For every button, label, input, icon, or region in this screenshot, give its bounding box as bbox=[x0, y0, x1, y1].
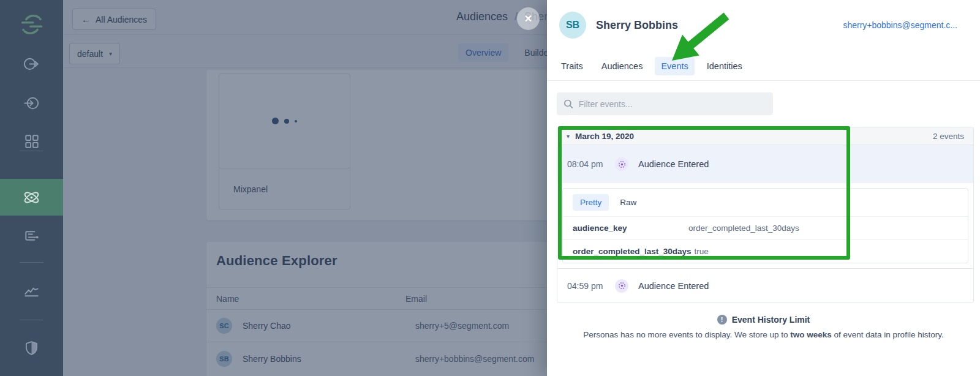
notice-title-row: ! Event History Limit bbox=[547, 315, 980, 325]
sidebar-divider bbox=[20, 262, 43, 263]
line-chart-icon bbox=[22, 282, 41, 301]
destination-arrow-in-icon bbox=[22, 94, 41, 113]
property-key: order_completed_last_30days bbox=[573, 247, 692, 256]
property-key: audience_key bbox=[573, 224, 685, 233]
property-row: audience_key order_completed_last_30days bbox=[563, 217, 968, 239]
tab-audiences[interactable]: Audiences bbox=[595, 57, 649, 75]
close-icon: ✕ bbox=[524, 13, 532, 24]
property-value: order_completed_last_30days bbox=[688, 224, 799, 233]
profile-avatar: SB bbox=[559, 12, 586, 39]
sidebar-item-destinations[interactable] bbox=[0, 85, 63, 121]
event-history-limit-notice: ! Event History Limit Personas has no mo… bbox=[547, 315, 980, 339]
segment-logo-icon bbox=[19, 12, 45, 37]
profile-name: Sherry Bobbins bbox=[596, 19, 678, 32]
tab-traits[interactable]: Traits bbox=[555, 57, 589, 75]
event-name: Audience Entered bbox=[638, 159, 709, 169]
audience-target-icon bbox=[615, 279, 628, 293]
sidebar-item-privacy[interactable] bbox=[0, 329, 63, 366]
event-time: 08:04 pm bbox=[567, 159, 611, 169]
notice-body-bold: two weeks bbox=[790, 330, 832, 339]
search-icon bbox=[564, 99, 573, 109]
event-time: 04:59 pm bbox=[567, 281, 611, 291]
event-date-group-header[interactable]: ▾ March 19, 2020 2 events bbox=[557, 127, 973, 145]
flow-box-icon bbox=[22, 226, 41, 245]
grid-icon bbox=[22, 132, 41, 151]
events-list-card: ▾ March 19, 2020 2 events 08:04 pm Audie… bbox=[557, 127, 974, 303]
shield-icon bbox=[23, 339, 40, 357]
filter-events-box bbox=[557, 92, 773, 115]
notice-body-prefix: Personas has no more events to display. … bbox=[583, 330, 790, 339]
event-date: March 19, 2020 bbox=[575, 132, 634, 141]
app-sidebar bbox=[0, 0, 63, 376]
segment-logo[interactable] bbox=[0, 6, 63, 43]
sidebar-divider bbox=[20, 320, 43, 320]
source-arrow-out-icon bbox=[22, 55, 41, 73]
sidebar-item-analytics[interactable] bbox=[0, 273, 63, 310]
event-row-expanded[interactable]: 08:04 pm Audience Entered bbox=[557, 145, 973, 183]
tabs-divider bbox=[547, 80, 980, 81]
close-panel-button[interactable]: ✕ bbox=[517, 7, 540, 30]
notice-title: Event History Limit bbox=[732, 315, 810, 325]
event-row[interactable]: 04:59 pm Audience Entered bbox=[557, 268, 973, 303]
notice-body-suffix: of event data in profile history. bbox=[832, 330, 944, 339]
profile-email-link[interactable]: sherry+bobbins@segment.c... bbox=[843, 20, 957, 30]
tab-events[interactable]: Events bbox=[655, 57, 694, 75]
sidebar-item-sources[interactable] bbox=[0, 45, 63, 82]
tab-pretty[interactable]: Pretty bbox=[573, 194, 609, 211]
property-row: order_completed_last_30days true bbox=[563, 239, 968, 263]
modal-dim-overlay bbox=[63, 0, 547, 376]
atom-icon bbox=[21, 187, 42, 208]
sidebar-item-journeys[interactable] bbox=[0, 217, 63, 254]
detail-view-tabs: Pretty Raw bbox=[563, 189, 968, 217]
exclamation-icon: ! bbox=[717, 315, 727, 325]
property-value: true bbox=[695, 247, 709, 256]
tab-identities[interactable]: Identities bbox=[701, 57, 748, 75]
collapse-caret-icon[interactable]: ▾ bbox=[567, 133, 570, 140]
sidebar-item-catalog[interactable] bbox=[0, 122, 63, 159]
event-detail-card: Pretty Raw audience_key order_completed_… bbox=[562, 188, 968, 263]
sidebar-item-personas[interactable] bbox=[0, 179, 63, 216]
event-count-badge: 2 events bbox=[933, 132, 964, 141]
filter-events-input[interactable] bbox=[579, 99, 766, 109]
event-detail-section: Pretty Raw audience_key order_completed_… bbox=[557, 183, 973, 268]
audience-target-icon bbox=[615, 157, 628, 171]
event-name: Audience Entered bbox=[638, 281, 709, 291]
notice-body: Personas has no more events to display. … bbox=[547, 330, 980, 339]
profile-panel: SB Sherry Bobbins sherry+bobbins@segment… bbox=[547, 0, 980, 376]
sidebar-divider bbox=[20, 151, 43, 151]
tab-raw[interactable]: Raw bbox=[620, 198, 636, 207]
profile-tabs: Traits Audiences Events Identities bbox=[555, 57, 748, 75]
